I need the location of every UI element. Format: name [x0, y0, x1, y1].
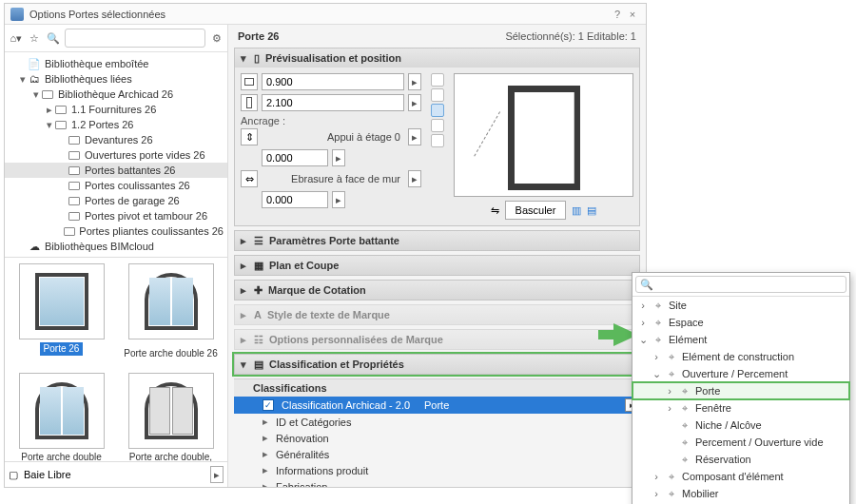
- classification-popup: ›⌖Site›⌖Espace⌄⌖Elément›⌖Elément de cons…: [632, 272, 850, 504]
- property-group[interactable]: ▸Informations produit: [234, 462, 640, 478]
- section-header[interactable]: ▸☷Options personnalisées de Marque: [235, 330, 639, 349]
- view-section-icon[interactable]: [431, 119, 444, 132]
- tree-leaf[interactable]: Portes de garage 26: [5, 193, 227, 208]
- popup-item[interactable]: ⌄⌖Ouverture / Percement: [632, 365, 849, 382]
- section-header[interactable]: ▸▦Plan et Coupe: [235, 256, 639, 275]
- popup-item[interactable]: ›⌖Fenêtre: [632, 399, 849, 417]
- view-elev-icon[interactable]: [431, 134, 444, 147]
- section-header[interactable]: ▸✚Marque de Cotation: [235, 281, 639, 300]
- section-header[interactable]: ▾▯Prévisualisation et position: [235, 48, 639, 68]
- search-input[interactable]: [65, 29, 205, 48]
- section-marker-text: ▸AStyle de texte de Marque: [234, 304, 640, 325]
- popup-search-input[interactable]: [635, 276, 846, 293]
- section-params: ▸☰Paramètres Porte battante: [234, 230, 640, 251]
- popup-item[interactable]: ›⌖Elément de construction: [632, 348, 849, 365]
- sill-link-button[interactable]: ▸: [332, 149, 345, 166]
- sill-input[interactable]: 0.000: [262, 149, 328, 166]
- thumbnail-item[interactable]: Porte arche double avec imposte 26: [10, 373, 112, 461]
- class-icon: ⌖: [678, 436, 691, 449]
- tree-mode-button[interactable]: ⌂▾: [9, 29, 24, 48]
- property-group[interactable]: ▸Généralités: [234, 446, 640, 462]
- height-input[interactable]: 2.100: [262, 94, 404, 111]
- section-header[interactable]: ▾▤Classification et Propriétés: [235, 355, 639, 374]
- class-icon: ⌖: [665, 351, 678, 363]
- section-header[interactable]: ▸AStyle de texte de Marque: [235, 305, 639, 324]
- titlebar: Options Portes sélectionnées ? ×: [5, 4, 646, 25]
- tree-node-embedded[interactable]: 📄Bibliothèque emboîtée: [5, 56, 227, 71]
- popup-item[interactable]: ›⌖Composant d'élément: [632, 468, 849, 485]
- popup-item-label: Percement / Ouverture vide: [695, 436, 824, 448]
- popup-item[interactable]: ⌖Percement / Ouverture vide: [632, 434, 849, 451]
- tree-node-fournitures[interactable]: ▸1.1 Fournitures 26: [5, 102, 227, 117]
- thumbnail-item[interactable]: Porte arche double 26: [120, 263, 222, 365]
- width-input[interactable]: 0.900: [262, 73, 404, 90]
- tree-leaf-selected[interactable]: Portes battantes 26: [5, 163, 227, 178]
- reveal-icon: ⇔: [241, 170, 258, 187]
- favorite-button[interactable]: ☆: [28, 29, 43, 48]
- width-chain-button[interactable]: ▸: [408, 73, 421, 90]
- settings-header: Porte 26 Sélectionné(s): 1 Editable: 1: [228, 25, 646, 48]
- popup-item[interactable]: ›⌖Mobilier: [632, 485, 849, 502]
- app-icon: [10, 8, 24, 21]
- view-switcher: [429, 73, 446, 220]
- tree-node-linked[interactable]: ▾🗂Bibliothèques liées: [5, 71, 227, 87]
- popup-item-label: Site: [669, 300, 687, 311]
- opening-label: Baie Libre: [24, 469, 71, 480]
- thumbnail-item[interactable]: Porte arche double, tierce vitrée, impos…: [120, 373, 222, 461]
- width-icon: [241, 73, 258, 90]
- property-group[interactable]: ▸Rénovation: [234, 430, 640, 446]
- tree-node-archicad26[interactable]: ▾Bibliothèque Archicad 26: [5, 87, 227, 102]
- flip-button[interactable]: Basculer: [505, 201, 567, 220]
- tree-node-portes[interactable]: ▾1.2 Portes 26: [5, 117, 227, 132]
- tree-leaf[interactable]: Ouvertures porte vides 26: [5, 147, 227, 163]
- property-group[interactable]: ▸Fabrication: [234, 478, 640, 487]
- tree-leaf[interactable]: Portes pivot et tambour 26: [5, 208, 227, 223]
- sill-icon: ⇕: [241, 128, 258, 145]
- view-3d-icon[interactable]: [431, 104, 444, 117]
- mirror-v-icon[interactable]: ▤: [587, 204, 596, 217]
- class-icon: ⌖: [678, 385, 691, 397]
- opening-menu-button[interactable]: ▸: [210, 466, 224, 483]
- popup-item[interactable]: ⌄⌖Elément: [632, 331, 849, 348]
- popup-item-label: Ouverture / Percement: [682, 368, 788, 379]
- tree-leaf[interactable]: Portes pliantes coulissantes 26: [5, 223, 227, 239]
- popup-item-label: Composant d'élément: [682, 471, 784, 482]
- popup-item[interactable]: ⌖Niche / Alcôve: [632, 417, 849, 434]
- classification-row[interactable]: ✓ Classification Archicad - 2.0 Porte ▸: [234, 397, 640, 414]
- custom-icon: ☷: [254, 334, 263, 346]
- tree-node-bimcloud[interactable]: ☁Bibliothèques BIMcloud: [5, 239, 227, 254]
- popup-item[interactable]: ⌖Réservation: [632, 451, 849, 468]
- flip-icon[interactable]: ⇋: [491, 204, 499, 217]
- chevron-icon: ›: [652, 351, 661, 362]
- reveal-input[interactable]: 0.000: [262, 191, 328, 208]
- popup-item[interactable]: ›⌖Site: [632, 297, 849, 314]
- reveal-menu-button[interactable]: ▸: [408, 170, 421, 187]
- checkbox-icon[interactable]: ✓: [263, 399, 274, 411]
- preview-footer: ⇋ Basculer ▥ ▤: [454, 197, 633, 220]
- popup-item-label: Porte: [695, 385, 720, 397]
- library-footer: ▢ Baie Libre ▸: [5, 461, 227, 487]
- tree-leaf[interactable]: Devantures 26: [5, 132, 227, 147]
- thumbnail-item[interactable]: Porte 26: [10, 263, 112, 365]
- story-menu-button[interactable]: ▸: [408, 128, 421, 145]
- mirror-h-icon[interactable]: ▥: [572, 204, 581, 217]
- popup-item[interactable]: ›⌖Porte: [632, 382, 849, 399]
- height-chain-button[interactable]: ▸: [408, 94, 421, 111]
- gear-icon[interactable]: ⚙: [209, 29, 224, 48]
- view-axo-icon[interactable]: [431, 73, 444, 87]
- class-icon: ⌖: [665, 471, 678, 483]
- help-button[interactable]: ?: [610, 9, 625, 20]
- popup-item[interactable]: ›⌖Espace: [632, 314, 849, 331]
- view-plan-icon[interactable]: [431, 88, 444, 102]
- class-icon: ⌖: [652, 334, 665, 346]
- element-name: Porte 26: [238, 30, 279, 42]
- classification-icon: ▤: [254, 359, 263, 371]
- section-marker: ▸✚Marque de Cotation: [234, 280, 640, 300]
- close-button[interactable]: ×: [625, 9, 640, 20]
- tree-leaf[interactable]: Portes coulissantes 26: [5, 178, 227, 193]
- property-group[interactable]: ▸ID et Catégories: [234, 414, 640, 430]
- preview-viewport[interactable]: [454, 73, 633, 197]
- library-tree[interactable]: 📄Bibliothèque emboîtée ▾🗂Bibliothèques l…: [5, 52, 227, 257]
- section-header[interactable]: ▸☰Paramètres Porte battante: [235, 231, 639, 250]
- reveal-link-button[interactable]: ▸: [332, 191, 345, 208]
